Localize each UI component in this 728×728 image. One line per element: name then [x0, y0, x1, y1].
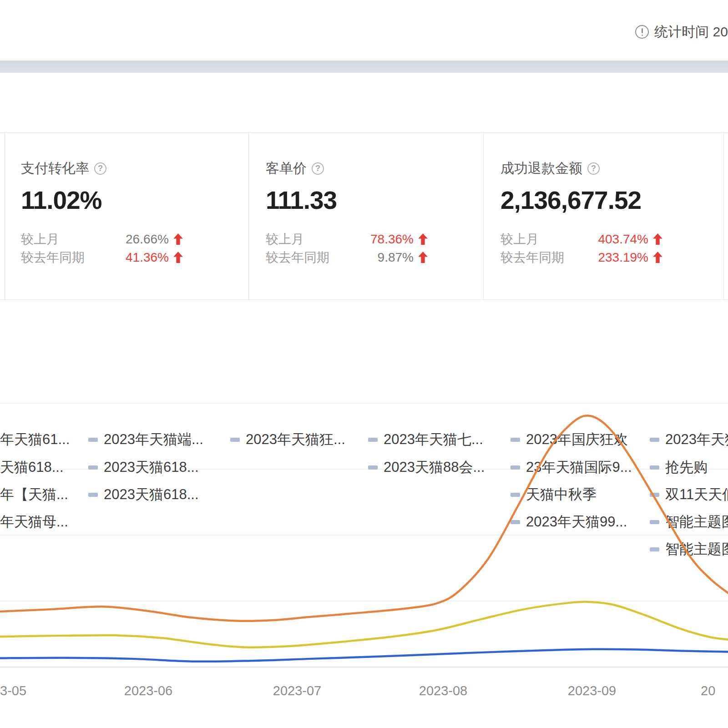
compare-value: 403.74% — [598, 232, 648, 247]
kpi-compare-row: 较上月 403.74% — [500, 232, 662, 246]
trend-line-chart: 年天猫61...天猫618...年【天猫...年天猫母...2023年天猫端..… — [0, 300, 728, 728]
legend-marker-icon — [650, 493, 659, 497]
legend-marker-icon — [650, 547, 659, 551]
kpi-card-refund-amount[interactable]: 成功退款金额 ? 2,136,677.52 较上月 403.74% 较去年同期 … — [500, 133, 710, 300]
legend-label: 2023年天猫99... — [526, 512, 627, 531]
kpi-card-avg-order-value[interactable]: 客单价 ? 111.33 较上月 78.36% 较去年同期 9.87% — [266, 133, 466, 300]
legend-marker-icon — [88, 465, 98, 470]
legend-marker-icon — [511, 520, 520, 524]
compare-label: 较去年同期 — [21, 249, 126, 266]
x-axis-tick-label: 2023-09 — [568, 683, 616, 698]
up-arrow-icon — [418, 233, 428, 245]
x-axis-tick-label: 20 — [701, 683, 715, 698]
legend-marker-icon — [511, 465, 520, 470]
help-icon[interactable]: ? — [312, 162, 324, 175]
legend-item[interactable]: 年天猫母... — [0, 512, 68, 531]
compare-label: 较去年同期 — [266, 249, 378, 266]
legend-marker-icon — [650, 438, 659, 442]
legend-label: 2023天猫88会... — [384, 458, 485, 477]
kpi-value: 111.33 — [266, 186, 337, 215]
legend-marker-icon — [511, 493, 520, 497]
compare-label: 较上月 — [21, 231, 126, 248]
legend-item[interactable]: 2023天猫88会... — [368, 458, 485, 477]
legend-marker-icon — [650, 520, 659, 524]
card-divider — [5, 133, 5, 300]
kpi-compare-row: 较上月 26.66% — [21, 232, 183, 246]
card-divider — [723, 133, 724, 300]
kpi-title: 支付转化率 — [21, 159, 89, 178]
up-arrow-icon — [418, 252, 428, 263]
legend-marker-icon — [230, 438, 240, 442]
legend-item[interactable]: 23年天猫国际9... — [511, 458, 632, 477]
legend-item[interactable]: 2023年天猫... — [650, 430, 728, 449]
chart-legend: 年天猫61...天猫618...年【天猫...年天猫母...2023年天猫端..… — [0, 300, 728, 728]
kpi-compare-row: 较上月 78.36% — [266, 232, 428, 246]
legend-marker-icon — [511, 438, 520, 442]
legend-label: 2023天猫618... — [104, 485, 199, 504]
legend-label: 2023年天猫端... — [104, 430, 203, 449]
legend-label: 2023年国庆狂欢 — [526, 430, 628, 449]
compare-label: 较上月 — [266, 231, 370, 248]
card-divider — [483, 133, 484, 300]
kpi-compare-row: 较去年同期 233.19% — [500, 250, 662, 264]
legend-label: 年天猫母... — [0, 512, 68, 531]
stats-time-label: 统计时间 20 — [654, 23, 728, 41]
compare-value: 26.66% — [126, 232, 169, 247]
legend-label: 抢先购 — [665, 458, 708, 477]
x-axis-tick-label: 2023-06 — [124, 683, 172, 698]
legend-label: 年天猫61... — [0, 430, 70, 449]
compare-label: 较上月 — [500, 231, 598, 248]
legend-label: 天猫中秋季 — [526, 485, 597, 504]
card-divider — [248, 133, 249, 300]
kpi-value: 2,136,677.52 — [500, 186, 641, 215]
kpi-cards-section: 支付转化率 ? 11.02% 较上月 26.66% 较去年同期 41.36% 客… — [0, 132, 728, 300]
legend-marker-icon — [650, 465, 659, 470]
legend-item[interactable]: 年天猫61... — [0, 430, 70, 449]
legend-label: 2023天猫618... — [104, 458, 199, 477]
legend-item[interactable]: 2023年国庆狂欢 — [511, 430, 628, 449]
legend-label: 智能主题图 — [665, 540, 728, 559]
section-divider-band — [0, 61, 728, 73]
legend-item[interactable]: 2023天猫618... — [88, 458, 199, 477]
legend-label: 年【天猫... — [0, 485, 68, 504]
clock-icon — [635, 25, 649, 39]
legend-label: 双11天天低价 — [665, 485, 728, 504]
help-icon[interactable]: ? — [94, 162, 106, 175]
legend-label: 智能主题图 — [665, 512, 728, 531]
legend-item[interactable]: 2023天猫618... — [88, 485, 199, 504]
dashboard-page: 统计时间 20 支付转化率 ? 11.02% 较上月 26.66% 较去年同期 — [0, 0, 728, 728]
legend-item[interactable]: 年【天猫... — [0, 485, 68, 504]
kpi-card-payment-conversion[interactable]: 支付转化率 ? 11.02% 较上月 26.66% 较去年同期 41.36% — [21, 133, 230, 300]
legend-label: 2023年天猫七... — [384, 430, 483, 449]
x-axis-tick-label: 2023-07 — [273, 683, 321, 698]
legend-item[interactable]: 天猫中秋季 — [511, 485, 597, 504]
legend-item[interactable]: 智能主题图 — [650, 512, 728, 531]
legend-item[interactable]: 天猫618... — [0, 458, 64, 477]
legend-label: 2023年天猫... — [665, 430, 728, 449]
up-arrow-icon — [173, 233, 183, 245]
x-axis-tick-label: 3-05 — [0, 683, 26, 698]
legend-label: 2023年天猫狂... — [246, 430, 345, 449]
legend-marker-icon — [368, 465, 378, 470]
kpi-title: 成功退款金额 — [500, 159, 582, 178]
kpi-value: 11.02% — [21, 186, 102, 215]
stats-time-area: 统计时间 20 — [635, 23, 728, 41]
legend-item[interactable]: 双11天天低价 — [650, 485, 728, 504]
legend-marker-icon — [88, 438, 98, 442]
legend-item[interactable]: 2023年天猫狂... — [230, 430, 345, 449]
legend-marker-icon — [88, 493, 98, 497]
legend-label: 天猫618... — [0, 458, 64, 477]
x-axis-tick-label: 2023-08 — [419, 683, 467, 698]
help-icon[interactable]: ? — [587, 162, 600, 175]
legend-item[interactable]: 抢先购 — [650, 458, 708, 477]
legend-item[interactable]: 2023年天猫99... — [511, 512, 627, 531]
compare-label: 较去年同期 — [500, 249, 598, 266]
legend-item[interactable]: 智能主题图 — [650, 540, 728, 559]
legend-item[interactable]: 2023年天猫端... — [88, 430, 203, 449]
compare-value: 9.87% — [378, 250, 414, 265]
legend-label: 23年天猫国际9... — [526, 458, 632, 477]
compare-value: 233.19% — [598, 250, 648, 265]
up-arrow-icon — [653, 252, 662, 263]
legend-item[interactable]: 2023年天猫七... — [368, 430, 483, 449]
compare-value: 78.36% — [370, 232, 414, 247]
